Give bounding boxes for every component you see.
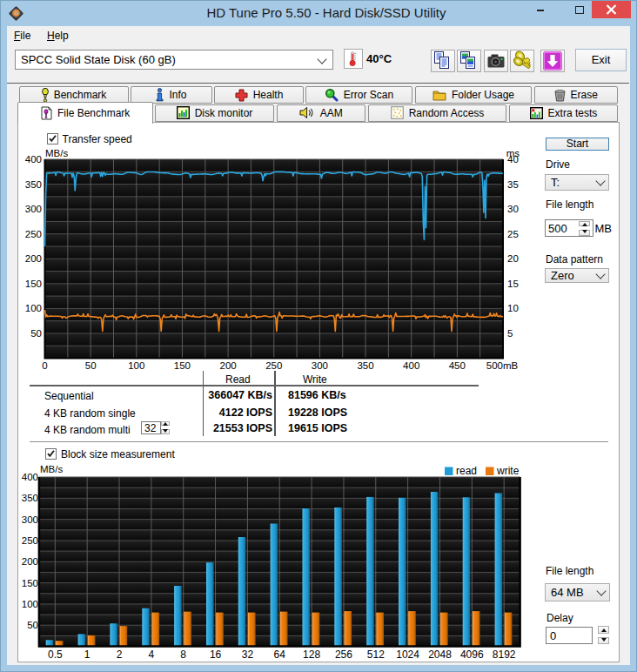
svg-text:MB/s: MB/s (40, 464, 63, 474)
svg-text:400: 400 (22, 472, 38, 482)
svg-text:150: 150 (22, 578, 38, 588)
svg-text:2: 2 (117, 648, 123, 661)
svg-text:100: 100 (22, 599, 38, 609)
svg-text:0.5: 0.5 (48, 648, 63, 661)
svg-text:64: 64 (274, 648, 286, 661)
svg-text:128: 128 (303, 648, 320, 661)
svg-text:250: 250 (22, 535, 38, 546)
svg-text:256: 256 (335, 648, 352, 661)
svg-text:32: 32 (242, 648, 254, 661)
svg-text:1: 1 (84, 648, 91, 661)
svg-text:200: 200 (22, 556, 38, 567)
svg-text:300: 300 (22, 514, 38, 525)
svg-text:8: 8 (180, 648, 186, 661)
svg-text:1024: 1024 (396, 648, 419, 661)
svg-text:512: 512 (367, 648, 385, 661)
svg-text:write: write (496, 465, 520, 477)
svg-text:350: 350 (22, 493, 38, 503)
svg-text:8192: 8192 (493, 648, 516, 661)
svg-text:50: 50 (27, 620, 38, 630)
svg-text:4096: 4096 (460, 648, 484, 661)
svg-text:2048: 2048 (428, 648, 452, 661)
svg-text:4: 4 (149, 648, 155, 661)
svg-text:read: read (456, 465, 477, 477)
svg-text:16: 16 (210, 648, 222, 661)
